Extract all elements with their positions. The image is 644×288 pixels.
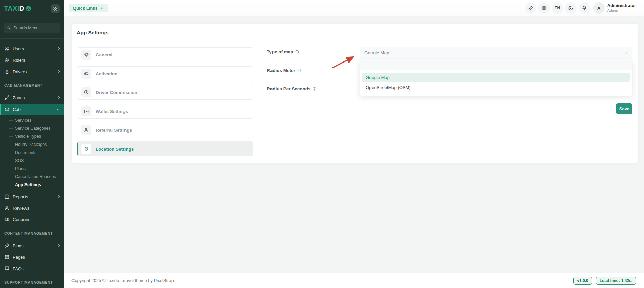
user-name: Administrator <box>607 3 636 8</box>
submenu-item-service-categories[interactable]: Service Categories <box>9 124 64 132</box>
submenu-item-sos[interactable]: SOS <box>9 157 64 165</box>
section-title-content-management: CONTENT MANAGEMENT <box>0 225 64 238</box>
reviews-star-user-icon <box>4 205 10 211</box>
customizer-icon[interactable] <box>525 2 536 14</box>
info-icon[interactable] <box>312 87 317 91</box>
quick-links-button[interactable]: Quick Links <box>69 4 108 12</box>
sidebar-item-riders[interactable]: Riders <box>0 54 64 66</box>
page-title: App Settings <box>77 30 109 36</box>
sidebar-toggle-button[interactable] <box>51 4 60 13</box>
submenu-item-app-settings[interactable]: App Settings <box>9 181 64 189</box>
globe-glyph <box>541 5 547 11</box>
tab-label: General <box>96 52 112 57</box>
section-divider <box>0 238 64 238</box>
gear-icon <box>81 50 91 60</box>
tab-label: Referral Settings <box>96 128 132 133</box>
chevron-right-icon <box>57 195 60 198</box>
pie-chart-icon <box>81 87 91 97</box>
sidebar-item-reports[interactable]: Reports <box>0 191 64 202</box>
dark-mode-button[interactable] <box>565 2 577 14</box>
footer: Copyright 2025 © Taxido-laravel theme by… <box>64 273 644 288</box>
dropdown-option-google-map[interactable]: Google Map <box>362 73 630 82</box>
submenu-item-plans[interactable]: Plans <box>9 165 64 173</box>
sidebar: TAXID Users Riders Drivers <box>0 0 64 288</box>
tab-activation[interactable]: Activation <box>77 66 253 81</box>
sidebar-item-label: Riders <box>13 58 54 63</box>
grid-icon <box>53 6 58 11</box>
type-of-map-label: Type of map <box>267 49 299 54</box>
cab-submenu: Services Service Categories Vehicle Type… <box>9 116 64 189</box>
sidebar-item-label: Blogs <box>13 243 54 248</box>
sidebar-item-blogs[interactable]: Blogs <box>0 240 64 251</box>
submenu-item-cancellation-reasons[interactable]: Cancellation Reasons <box>9 173 64 181</box>
brand-logo[interactable]: TAXID <box>4 5 31 12</box>
user-menu[interactable]: A Administrator Admin <box>593 2 636 14</box>
wallet-icon <box>81 106 91 116</box>
tab-label: Location Settings <box>96 147 134 152</box>
search-menu-input[interactable] <box>13 26 57 30</box>
sidebar-item-label: FAQs <box>13 266 59 271</box>
copyright-text: Copyright 2025 © Taxido-laravel theme by… <box>71 278 174 283</box>
tab-location-settings[interactable]: Location Settings <box>77 141 253 156</box>
globe-icon[interactable] <box>538 2 550 14</box>
sidebar-item-pages[interactable]: Pages <box>0 251 64 263</box>
tab-label: Wallet Settings <box>96 109 128 114</box>
submenu-item-vehicle-types[interactable]: Vehicle Types <box>9 132 64 140</box>
tab-referral-settings[interactable]: Referral Settings <box>77 123 253 137</box>
map-type-select[interactable]: Google Map <box>360 47 632 59</box>
sidebar-item-cab[interactable]: Cab <box>0 104 64 115</box>
version-badge: v1.0.0 <box>573 277 592 285</box>
tab-general[interactable]: General <box>77 47 253 62</box>
section-title-cab-management: CAB MANAGEMENT <box>0 77 64 90</box>
submenu-item-documents[interactable]: Documents <box>9 149 64 157</box>
settings-tab-list: General Activation Driver Commission Wal… <box>77 47 253 160</box>
users-icon <box>4 46 10 51</box>
save-button[interactable]: Save <box>616 103 632 114</box>
chevron-right-icon <box>57 70 60 73</box>
toggle-icon <box>81 69 91 79</box>
chevron-up-icon <box>625 52 628 55</box>
sidebar-item-label: Pages <box>13 255 54 260</box>
tab-wallet-settings[interactable]: Wallet Settings <box>77 104 253 119</box>
bell-icon <box>582 5 587 11</box>
sidebar-item-users[interactable]: Users <box>0 43 64 54</box>
svg-text:?: ? <box>6 267 8 269</box>
tab-label: Activation <box>96 71 117 76</box>
avatar: A <box>593 2 605 14</box>
info-icon[interactable] <box>295 50 299 54</box>
plus-icon <box>100 6 104 10</box>
tab-label: Driver Commission <box>96 90 137 95</box>
sidebar-item-coupons[interactable]: Coupons <box>0 214 64 225</box>
sidebar-nav: Users Riders Drivers CAB MANAGEMENT Zone… <box>0 39 64 287</box>
coupon-ticket-icon <box>4 217 10 222</box>
sidebar-item-label: Reviews <box>13 206 54 211</box>
app-settings-card: App Settings General Activation Driver C… <box>72 24 638 163</box>
info-icon[interactable] <box>297 68 301 73</box>
sidebar-search[interactable] <box>4 23 60 33</box>
submenu-item-hourly-packages[interactable]: Hourly Packages <box>9 140 64 149</box>
notifications-button[interactable] <box>579 2 590 14</box>
submenu-item-services[interactable]: Services <box>9 116 64 124</box>
chevron-right-icon <box>57 47 60 50</box>
sidebar-item-faqs[interactable]: ? FAQs <box>0 263 64 274</box>
card-header: App Settings <box>77 24 633 42</box>
sidebar-item-drivers[interactable]: Drivers <box>0 66 64 77</box>
map-pin-icon <box>81 144 91 154</box>
sidebar-item-label: Reports <box>13 194 54 199</box>
section-title-support-management: SUPPORT MANAGEMENT <box>0 274 64 287</box>
sidebar-item-zones[interactable]: Zones <box>0 92 64 104</box>
dropdown-option-openstreetmap[interactable]: OpenStreetMap (OSM) <box>362 83 630 92</box>
chevron-down-icon <box>57 107 60 110</box>
tab-driver-commission[interactable]: Driver Commission <box>77 85 253 100</box>
driver-icon <box>4 69 10 74</box>
dropdown-options: Google Map OpenStreetMap (OSM) <box>360 70 632 95</box>
load-time-badge: Load time: 1.42s. <box>596 277 636 285</box>
dropdown-search-input[interactable] <box>360 60 632 70</box>
chevron-right-icon <box>57 59 60 61</box>
sidebar-item-reviews[interactable]: Reviews <box>0 202 64 214</box>
blogs-pin-icon <box>4 243 10 248</box>
quick-links-label: Quick Links <box>73 6 98 11</box>
language-button[interactable]: EN <box>552 2 563 14</box>
user-plus-icon <box>81 125 91 135</box>
user-info: Administrator Admin <box>607 3 636 13</box>
